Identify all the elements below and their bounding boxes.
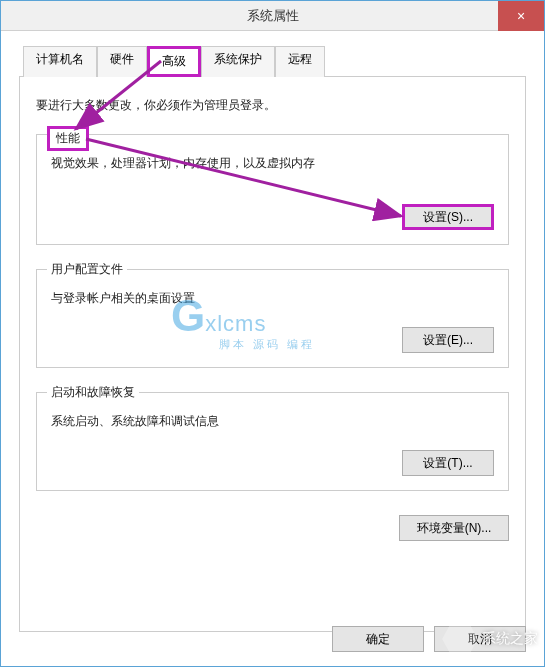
window-title: 系统属性 (247, 7, 299, 25)
cancel-button[interactable]: 取消 (434, 626, 526, 652)
section-title-performance: 性能 (47, 126, 89, 151)
section-user-profiles: 用户配置文件 与登录帐户相关的桌面设置 设置(E)... (36, 269, 509, 368)
environment-variables-button[interactable]: 环境变量(N)... (399, 515, 509, 541)
dialog-buttons: 确定 取消 (332, 626, 526, 652)
tab-hardware[interactable]: 硬件 (97, 46, 147, 77)
performance-desc: 视觉效果，处理器计划，内存使用，以及虚拟内存 (51, 155, 494, 172)
tab-strip: 计算机名 硬件 高级 系统保护 远程 (19, 45, 526, 77)
ok-button[interactable]: 确定 (332, 626, 424, 652)
startup-recovery-desc: 系统启动、系统故障和调试信息 (51, 413, 494, 430)
tab-protection[interactable]: 系统保护 (201, 46, 275, 77)
user-profiles-settings-button[interactable]: 设置(E)... (402, 327, 494, 353)
tab-advanced[interactable]: 高级 (147, 46, 201, 77)
section-startup-recovery: 启动和故障恢复 系统启动、系统故障和调试信息 设置(T)... (36, 392, 509, 491)
tab-content-advanced: 要进行大多数更改，你必须作为管理员登录。 性能 视觉效果，处理器计划，内存使用，… (19, 77, 526, 632)
section-title-user-profiles: 用户配置文件 (47, 261, 127, 278)
close-button[interactable]: × (498, 1, 544, 31)
startup-recovery-settings-button[interactable]: 设置(T)... (402, 450, 494, 476)
system-properties-window: 系统属性 × 计算机名 硬件 高级 系统保护 远程 要进行大多数更改，你必须作为… (0, 0, 545, 667)
intro-text: 要进行大多数更改，你必须作为管理员登录。 (36, 97, 509, 114)
user-profiles-desc: 与登录帐户相关的桌面设置 (51, 290, 494, 307)
section-performance: 性能 视觉效果，处理器计划，内存使用，以及虚拟内存 设置(S)... (36, 134, 509, 245)
tab-computer-name[interactable]: 计算机名 (23, 46, 97, 77)
section-title-startup-recovery: 启动和故障恢复 (47, 384, 139, 401)
performance-settings-button[interactable]: 设置(S)... (402, 204, 494, 230)
close-icon: × (517, 8, 525, 24)
tab-remote[interactable]: 远程 (275, 46, 325, 77)
title-bar: 系统属性 × (1, 1, 544, 31)
content-area: 计算机名 硬件 高级 系统保护 远程 要进行大多数更改，你必须作为管理员登录。 … (1, 31, 544, 646)
